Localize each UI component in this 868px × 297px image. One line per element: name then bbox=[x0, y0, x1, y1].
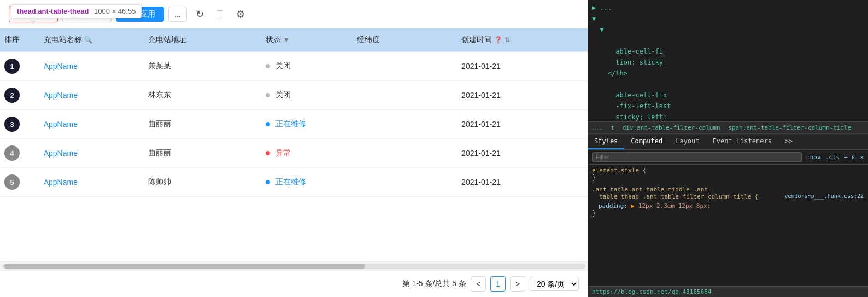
table-row: 5 AppName 陈帅帅 正在维修 2021-01-21 bbox=[0, 168, 588, 197]
breadcrumb-item[interactable]: t bbox=[611, 124, 615, 131]
cell-name: AppName bbox=[39, 139, 144, 168]
html-tree-line[interactable]: tion: sticky bbox=[588, 57, 868, 68]
cell-rank: 2 bbox=[0, 81, 39, 110]
html-tree-line[interactable] bbox=[588, 79, 868, 90]
html-tree-line[interactable]: able-cell-fix bbox=[588, 90, 868, 101]
sort-icon[interactable]: ⇅ bbox=[505, 36, 510, 44]
status-dot bbox=[266, 151, 270, 155]
hov-button[interactable]: :hov bbox=[806, 154, 821, 161]
tooltip-tag: thead.ant-table-thead bbox=[17, 7, 89, 15]
status-dot bbox=[266, 122, 270, 126]
style-selector-text: .ant-table.ant-table-middle .ant- table-… bbox=[592, 186, 759, 200]
status-label: 正在维修 bbox=[275, 177, 306, 186]
devtools-tabs: StylesComputedLayoutEvent Listeners>> bbox=[588, 134, 868, 150]
filter-icon[interactable]: ▼ bbox=[283, 36, 290, 44]
next-page-button[interactable]: > bbox=[510, 276, 525, 292]
search-icon[interactable]: 🔍 bbox=[84, 36, 92, 44]
cell-status: 异常 bbox=[261, 139, 353, 168]
html-tree-line[interactable]: sticky; left: bbox=[588, 112, 868, 121]
cell-time: 2021-01-21 bbox=[457, 81, 588, 110]
cls-button[interactable]: .cls bbox=[825, 154, 840, 161]
th-name: 充电站名称 🔍 bbox=[39, 28, 144, 52]
status-label: 关闭 bbox=[275, 90, 291, 99]
html-tree-line[interactable]: -fix-left-last bbox=[588, 101, 868, 112]
cell-name: AppName bbox=[39, 81, 144, 110]
tab-styles[interactable]: Styles bbox=[588, 134, 624, 149]
table-wrapper: 排序 充电站名称 🔍 充电站地址 bbox=[0, 28, 588, 261]
html-tree-line[interactable]: ▼ bbox=[588, 24, 868, 35]
app-link[interactable]: AppName bbox=[44, 149, 78, 158]
tab-computed[interactable]: Computed bbox=[624, 134, 669, 149]
devtools-filter-bar: :hov .cls + ⊡ ✕ bbox=[588, 150, 868, 165]
devtools-styles-panel: element.style { } .ant-table.ant-table-m… bbox=[588, 165, 868, 286]
breadcrumb-sep bbox=[605, 124, 609, 131]
app-link[interactable]: AppName bbox=[44, 120, 78, 129]
breadcrumb-item[interactable]: div.ant-table-filter-column bbox=[623, 124, 720, 131]
breadcrumb-item[interactable]: ... bbox=[592, 124, 603, 131]
cell-status: 关闭 bbox=[261, 52, 353, 81]
prev-page-button[interactable]: < bbox=[471, 276, 486, 292]
style-filter-input[interactable] bbox=[592, 152, 802, 162]
html-tree-line[interactable]: </th> bbox=[588, 68, 868, 79]
table-row: 3 AppName 曲丽丽 正在维修 2021-01-21 bbox=[0, 110, 588, 139]
toggle-button[interactable]: ⊡ bbox=[852, 154, 856, 161]
format-button[interactable]: ⌶ bbox=[213, 6, 227, 22]
style-rule-ant: .ant-table.ant-table-middle .ant- table-… bbox=[592, 186, 864, 200]
app-link[interactable]: AppName bbox=[44, 178, 78, 187]
cell-rank: 1 bbox=[0, 52, 39, 81]
element-tooltip: thead.ant-table-thead 1000 × 46.55 bbox=[11, 4, 142, 18]
html-tree-line[interactable]: able-cell-fi bbox=[588, 46, 868, 57]
cell-coord bbox=[353, 110, 457, 139]
table-body: 1 AppName 兼某某 关闭 2021-01-21 2 AppName 林东… bbox=[0, 52, 588, 197]
scrollbar-thumb[interactable] bbox=[4, 264, 365, 269]
th-addr: 充电站地址 bbox=[144, 28, 261, 52]
breadcrumb-sep bbox=[723, 124, 726, 131]
html-tree-line[interactable]: ▶ ... bbox=[588, 2, 868, 13]
data-table: 排序 充电站名称 🔍 充电站地址 bbox=[0, 28, 588, 197]
style-rule-element: element.style { } bbox=[592, 167, 864, 182]
th-coord: 经纬度 bbox=[353, 28, 457, 52]
horizontal-scrollbar[interactable] bbox=[0, 261, 588, 270]
close-button[interactable]: ✕ bbox=[860, 154, 864, 161]
th-rank: 排序 bbox=[0, 28, 39, 52]
cell-name: AppName bbox=[39, 52, 144, 81]
help-icon[interactable]: ❓ bbox=[494, 36, 502, 44]
style-source[interactable]: vendors~p___.hunk.css:22 bbox=[785, 193, 864, 199]
breadcrumb-sep bbox=[617, 124, 620, 131]
scrollbar-track bbox=[2, 264, 585, 269]
more-button[interactable]: ... bbox=[168, 7, 187, 22]
status-dot bbox=[266, 180, 270, 184]
cell-coord bbox=[353, 168, 457, 197]
refresh-button[interactable]: ↻ bbox=[191, 6, 208, 22]
html-tree-line[interactable] bbox=[588, 35, 868, 46]
status-dot bbox=[266, 93, 270, 97]
html-tree-line[interactable]: ▼ bbox=[588, 13, 868, 24]
cell-addr: 林东东 bbox=[144, 81, 261, 110]
cell-addr: 曲丽丽 bbox=[144, 139, 261, 168]
add-style-button[interactable]: + bbox=[844, 154, 848, 161]
devtools-panel: ▶ ...▼ ▼ able-cell-fi tion: sticky </th>… bbox=[588, 0, 868, 297]
table-row: 1 AppName 兼某某 关闭 2021-01-21 bbox=[0, 52, 588, 81]
prop-name: padding bbox=[599, 202, 624, 209]
tab-event-listeners[interactable]: Event Listeners bbox=[706, 134, 778, 149]
devtools-breadcrumb: ... t div.ant-table-filter-column span.a… bbox=[588, 121, 868, 134]
cell-time: 2021-01-21 bbox=[457, 110, 588, 139]
current-page-button[interactable]: 1 bbox=[490, 276, 506, 292]
breadcrumb-item[interactable]: span.ant-table-filter-column-title bbox=[728, 124, 851, 131]
settings-button[interactable]: ⚙ bbox=[232, 6, 249, 22]
app-link[interactable]: AppName bbox=[44, 91, 78, 100]
cell-rank: 3 bbox=[0, 110, 39, 139]
app-link[interactable]: AppName bbox=[44, 62, 78, 71]
cell-time: 2021-01-21 bbox=[457, 139, 588, 168]
tab->>[interactable]: >> bbox=[778, 134, 799, 149]
cell-time: 2021-01-21 bbox=[457, 52, 588, 81]
page-size-select[interactable]: 20 条/页 bbox=[530, 277, 579, 291]
rank-badge: 3 bbox=[4, 117, 20, 132]
prop-value: 12px 2.3em 12px 8px; bbox=[635, 202, 711, 209]
cell-name: AppName bbox=[39, 168, 144, 197]
tooltip-arrow bbox=[30, 21, 37, 24]
tab-layout[interactable]: Layout bbox=[669, 134, 706, 149]
bottom-url: https://blog.csdn.net/qq_43165684 bbox=[592, 288, 712, 295]
devtools-bottom-bar: https://blog.csdn.net/qq_43165684 bbox=[588, 286, 868, 297]
status-label: 异常 bbox=[275, 148, 291, 157]
